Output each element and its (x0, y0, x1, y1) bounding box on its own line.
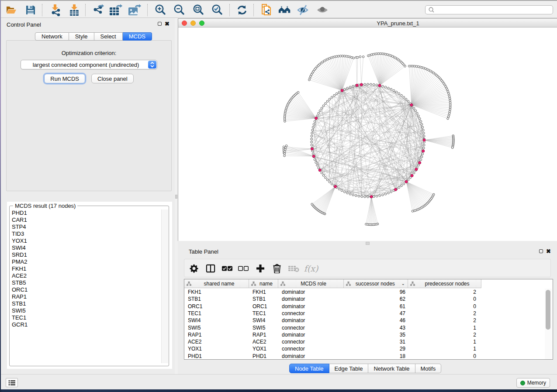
float-window-icon[interactable] (158, 22, 162, 26)
sort-chevron-icon: ⌄ (401, 281, 405, 286)
table-cell: 2 (408, 289, 476, 296)
table-row[interactable]: SWI5SWI5connector431 (184, 324, 481, 331)
mcds-result-item[interactable]: YOX1 (10, 237, 162, 244)
close-panel-button[interactable]: Close panel (91, 74, 134, 83)
column-header-successor-nodes[interactable]: successor nodes⌄ (344, 279, 408, 288)
export-image-icon[interactable] (128, 3, 142, 17)
delete-table-icon[interactable] (287, 262, 300, 275)
status-list-button[interactable] (6, 378, 18, 387)
table-row[interactable]: YOX1YOX1connector291 (184, 345, 481, 352)
tab-node-table[interactable]: Node Table (289, 364, 329, 373)
mcds-result-item[interactable]: SWI5 (10, 307, 162, 314)
table-cell: connector (282, 324, 344, 331)
memory-button[interactable]: Memory (516, 378, 550, 388)
table-row[interactable]: STB1STB1dominator620 (184, 296, 481, 303)
search-field[interactable] (425, 5, 553, 14)
mcds-result-item[interactable]: TID3 (10, 230, 162, 237)
mcds-result-item[interactable]: PMA2 (10, 258, 162, 265)
deselect-all-icon[interactable] (237, 262, 249, 275)
select-stepper-icon (148, 61, 156, 69)
tab-style[interactable]: Style (69, 32, 94, 41)
select-all-icon[interactable] (221, 262, 233, 275)
tab-edge-table[interactable]: Edge Table (329, 364, 369, 373)
delete-column-icon[interactable] (271, 262, 283, 275)
function-builder-icon[interactable]: f(x) (305, 262, 317, 275)
table-row[interactable]: SWI4SWI4dominator462 (184, 317, 481, 324)
network-graph (178, 28, 557, 241)
tab-network-table[interactable]: Network Table (368, 364, 415, 373)
splitter-grip[interactable] (175, 195, 177, 199)
mcds-result-item[interactable]: GCR1 (10, 321, 162, 328)
vertical-splitter[interactable] (175, 18, 178, 374)
run-mcds-button[interactable]: Run MCDS (44, 74, 85, 83)
close-icon[interactable]: ✖ (165, 22, 170, 26)
mcds-result-item[interactable]: TEC1 (10, 314, 162, 321)
table-row[interactable]: PHD1PHD1dominator180 (184, 353, 481, 360)
refresh-icon[interactable] (235, 3, 249, 17)
mcds-result-item[interactable]: RAP1 (10, 293, 162, 300)
zoom-fit-icon[interactable] (191, 3, 205, 17)
table-cell: dominator (282, 353, 344, 360)
mcds-result-item[interactable]: SWI4 (10, 244, 162, 251)
toolbar-separator (229, 4, 230, 16)
table-cell: 1 (408, 324, 476, 331)
search-input[interactable] (435, 7, 553, 13)
mcds-result-item[interactable]: STB5 (10, 279, 162, 286)
status-bar: Memory (1, 374, 557, 389)
splitter-grip[interactable] (366, 242, 370, 245)
table-scrollbar[interactable] (545, 289, 552, 359)
mcds-result-item[interactable]: ORC1 (10, 286, 162, 293)
zoom-out-icon[interactable] (172, 3, 186, 17)
criterion-select[interactable]: largest connected component (undirected) (21, 60, 157, 69)
table-row[interactable]: RAP1RAP1dominator352 (184, 331, 481, 338)
export-table-icon[interactable] (109, 3, 123, 17)
table-cell: dominator (282, 303, 344, 310)
column-header-name[interactable]: name (249, 279, 278, 288)
table-row[interactable]: TEC1TEC1connector472 (184, 310, 481, 317)
table-cell: 1 (408, 345, 476, 352)
mcds-result-item[interactable]: CAR1 (10, 217, 162, 224)
first-neighbors-icon[interactable] (278, 3, 292, 17)
mcds-result-list[interactable]: PHD1CAR1STP4TID3YOX1SWI4SRD1PMA2FKH1ACE2… (10, 210, 162, 363)
tab-network[interactable]: Network (35, 32, 69, 41)
search-icon (428, 7, 435, 13)
network-window-titlebar[interactable]: YPA_prune.txt_1 (178, 19, 557, 28)
mcds-list-scrollbar[interactable] (161, 210, 168, 363)
duplicate-network-icon[interactable] (259, 3, 273, 17)
horizontal-splitter[interactable] (178, 241, 557, 247)
mcds-result-item[interactable]: STP4 (10, 224, 162, 230)
table-cell: 35 (344, 331, 405, 338)
network-canvas[interactable] (178, 28, 557, 241)
scrollbar-thumb[interactable] (546, 290, 550, 330)
table-row[interactable]: FKH1FKH1dominator962 (184, 289, 481, 296)
import-table-icon[interactable] (67, 3, 81, 17)
mcds-result-item[interactable]: PHD1 (10, 210, 162, 217)
tab-mcds[interactable]: MCDS (123, 32, 152, 41)
mcds-result-item[interactable]: STB1 (10, 300, 162, 307)
tab-motifs[interactable]: Motifs (415, 364, 442, 373)
table-settings-icon[interactable] (188, 262, 200, 275)
mcds-result-item[interactable]: ACE2 (10, 272, 162, 279)
network-view-frame: YPA_prune.txt_1 (178, 18, 557, 241)
zoom-in-icon[interactable] (153, 3, 167, 17)
open-icon[interactable] (4, 3, 18, 17)
table-row[interactable]: ORC1ORC1dominator610 (184, 303, 481, 310)
mcds-result-item[interactable]: FKH1 (10, 265, 162, 272)
tab-select[interactable]: Select (94, 32, 123, 41)
column-header-shared-name[interactable]: shared name (184, 279, 249, 288)
add-column-icon[interactable] (254, 262, 266, 275)
column-selector-icon[interactable] (204, 262, 217, 275)
save-icon[interactable] (24, 3, 38, 17)
mcds-result-item[interactable]: SRD1 (10, 251, 162, 258)
show-all-icon[interactable] (316, 3, 330, 17)
table-cell: STB1 (253, 296, 278, 303)
close-icon[interactable]: ✖ (546, 249, 551, 253)
float-window-icon[interactable] (539, 249, 543, 253)
column-header-MCDS-role[interactable]: MCDS role (278, 279, 344, 288)
zoom-selected-icon[interactable] (210, 3, 224, 17)
hide-selected-icon[interactable] (297, 3, 311, 17)
column-header-predecessor-nodes[interactable]: predecessor nodes (408, 279, 481, 288)
table-row[interactable]: ACE2ACE2connector311 (184, 338, 481, 345)
export-network-icon[interactable] (91, 3, 105, 17)
import-network-icon[interactable] (48, 3, 62, 17)
